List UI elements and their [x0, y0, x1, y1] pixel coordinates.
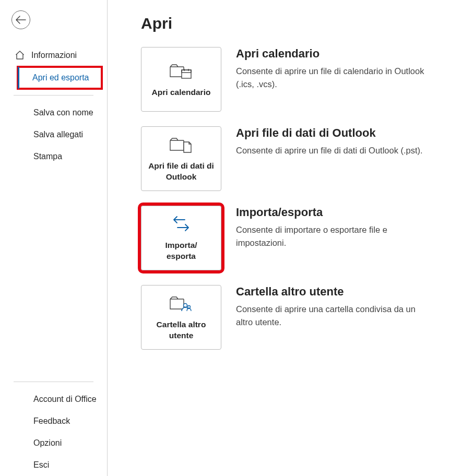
tile-label: Apri calendario [152, 87, 211, 98]
tile-row: Apri calendario Apri calendario Consente… [141, 47, 441, 112]
svg-point-5 [188, 306, 191, 308]
tile-description: Cartella altro utente Consente di aprire… [236, 285, 441, 329]
tile-text: Consente di importare o esportare file e… [236, 223, 434, 249]
sidebar-item-label: Stampa [33, 152, 62, 161]
sidebar-item-label: Apri ed esporta [32, 73, 89, 82]
sidebar-item-label: Informazioni [31, 51, 77, 60]
sidebar-item-info[interactable]: Informazioni [0, 44, 107, 67]
tile-description: Importa/esporta Consente di importare o … [236, 206, 441, 249]
tile-label: Importa/ esporta [165, 240, 197, 262]
tile-text: Consente di aprire un file di calendario… [236, 65, 434, 91]
sidebar: Informazioni Apri ed esporta Salva con n… [0, 0, 108, 476]
spacer [0, 168, 107, 375]
sidebar-item-account[interactable]: Account di Office [0, 388, 107, 410]
tile-open-calendar[interactable]: Apri calendario [141, 47, 221, 112]
tile-label: Cartella altro utente [147, 319, 216, 341]
tile-text: Consente di aprire una cartella condivis… [236, 303, 434, 329]
arrows-icon [169, 214, 193, 235]
tile-description: Apri calendario Consente di aprire un fi… [236, 47, 441, 91]
folder-file-icon [169, 135, 193, 156]
tile-row: Apri file di dati di Outlook Apri file d… [141, 126, 441, 191]
tile-row: Importa/ esporta Importa/esporta Consent… [141, 206, 441, 270]
tile-title: Cartella altro utente [236, 285, 441, 299]
sidebar-item-label: Esci [33, 460, 49, 470]
tile-other-user-folder[interactable]: Cartella altro utente [141, 285, 221, 350]
sidebar-item-open-export[interactable]: Apri ed esporta [18, 67, 102, 89]
sidebar-item-label: Salva con nome [33, 108, 93, 117]
sidebar-item-label: Opzioni [33, 438, 62, 448]
sidebar-item-label: Account di Office [33, 395, 97, 404]
sidebar-item-print[interactable]: Stampa [0, 146, 107, 168]
page-title: Apri [141, 15, 441, 32]
folder-calendar-icon [169, 61, 193, 82]
main-panel: Apri Apri calendario Apri calendario Con… [108, 0, 462, 476]
tile-title: Apri calendario [236, 47, 441, 61]
tile-title: Apri file di dati di Outlook [236, 126, 441, 140]
sidebar-nav-top: Informazioni Apri ed esporta Salva con n… [0, 44, 107, 168]
sidebar-item-feedback[interactable]: Feedback [0, 410, 107, 432]
divider [14, 95, 93, 96]
divider [14, 382, 93, 382]
sidebar-item-exit[interactable]: Esci [0, 454, 107, 476]
tile-description: Apri file di dati di Outlook Consente di… [236, 126, 441, 157]
tile-row: Cartella altro utente Cartella altro ute… [141, 285, 441, 350]
tile-text: Consente di aprire un file di dati di Ou… [236, 144, 434, 157]
tile-open-data-file[interactable]: Apri file di dati di Outlook [141, 126, 221, 191]
sidebar-nav-bottom: Account di Office Feedback Opzioni Esci [0, 388, 107, 476]
sidebar-item-options[interactable]: Opzioni [0, 432, 107, 454]
svg-rect-0 [182, 70, 191, 78]
folder-user-icon [169, 293, 193, 314]
svg-point-4 [184, 304, 187, 307]
tile-label: Apri file di dati di Outlook [147, 161, 216, 183]
sidebar-item-save-attachments[interactable]: Salva allegati [0, 124, 107, 146]
tile-import-export[interactable]: Importa/ esporta [141, 206, 221, 270]
tile-title: Importa/esporta [236, 206, 441, 219]
arrow-left-icon [16, 16, 26, 24]
sidebar-item-label: Salva allegati [33, 130, 83, 139]
home-icon [15, 50, 25, 61]
back-button[interactable] [11, 10, 30, 29]
sidebar-item-label: Feedback [33, 416, 70, 426]
sidebar-item-save-as[interactable]: Salva con nome [0, 102, 107, 124]
